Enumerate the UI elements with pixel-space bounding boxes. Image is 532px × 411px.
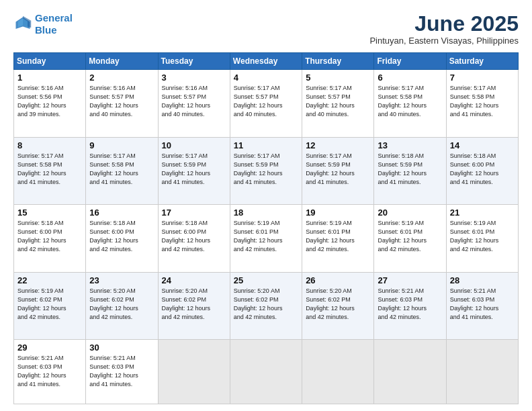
calendar-day-cell [230, 340, 302, 404]
calendar-day-cell: 24Sunrise: 5:20 AM Sunset: 6:02 PM Dayli… [158, 272, 230, 339]
calendar-day-cell: 7Sunrise: 5:17 AM Sunset: 5:58 PM Daylig… [446, 70, 518, 137]
calendar-week-row: 8Sunrise: 5:17 AM Sunset: 5:58 PM Daylig… [14, 137, 519, 204]
header: General Blue June 2025 Pintuyan, Eastern… [13, 12, 519, 46]
weekday-header: Tuesday [158, 53, 230, 70]
calendar-day-cell: 12Sunrise: 5:17 AM Sunset: 5:59 PM Dayli… [302, 137, 374, 204]
calendar-week-row: 29Sunrise: 5:21 AM Sunset: 6:03 PM Dayli… [14, 340, 519, 404]
calendar-day-cell: 28Sunrise: 5:21 AM Sunset: 6:03 PM Dayli… [446, 272, 518, 339]
calendar-day-cell: 14Sunrise: 5:18 AM Sunset: 6:00 PM Dayli… [446, 137, 518, 204]
calendar-day-cell: 29Sunrise: 5:21 AM Sunset: 6:03 PM Dayli… [14, 340, 86, 404]
day-number: 17 [162, 208, 226, 218]
day-info: Sunrise: 5:21 AM Sunset: 6:03 PM Dayligh… [378, 287, 442, 322]
day-number: 24 [162, 275, 226, 285]
logo: General Blue [13, 12, 73, 36]
day-info: Sunrise: 5:21 AM Sunset: 6:03 PM Dayligh… [450, 287, 515, 322]
logo-icon [13, 15, 32, 34]
day-number: 5 [306, 73, 370, 83]
calendar-day-cell: 22Sunrise: 5:19 AM Sunset: 6:02 PM Dayli… [14, 272, 86, 339]
calendar-body: 1Sunrise: 5:16 AM Sunset: 5:56 PM Daylig… [14, 70, 519, 404]
calendar-day-cell: 13Sunrise: 5:18 AM Sunset: 5:59 PM Dayli… [374, 137, 446, 204]
weekday-header: Monday [86, 53, 158, 70]
day-info: Sunrise: 5:18 AM Sunset: 6:00 PM Dayligh… [89, 219, 154, 254]
calendar-header-row: SundayMondayTuesdayWednesdayThursdayFrid… [14, 53, 519, 70]
page: General Blue June 2025 Pintuyan, Eastern… [0, 0, 532, 411]
day-info: Sunrise: 5:17 AM Sunset: 5:57 PM Dayligh… [234, 84, 298, 119]
calendar-day-cell: 11Sunrise: 5:17 AM Sunset: 5:59 PM Dayli… [230, 137, 302, 204]
calendar-day-cell [446, 340, 518, 404]
day-info: Sunrise: 5:16 AM Sunset: 5:57 PM Dayligh… [162, 84, 226, 119]
day-number: 26 [306, 275, 370, 285]
day-info: Sunrise: 5:18 AM Sunset: 6:00 PM Dayligh… [17, 219, 82, 254]
calendar-week-row: 22Sunrise: 5:19 AM Sunset: 6:02 PM Dayli… [14, 272, 519, 339]
calendar-day-cell: 9Sunrise: 5:17 AM Sunset: 5:58 PM Daylig… [86, 137, 158, 204]
weekday-header: Saturday [446, 53, 518, 70]
calendar-table: SundayMondayTuesdayWednesdayThursdayFrid… [13, 52, 519, 404]
calendar-day-cell: 20Sunrise: 5:19 AM Sunset: 6:01 PM Dayli… [374, 205, 446, 272]
subtitle: Pintuyan, Eastern Visayas, Philippines [369, 36, 519, 46]
day-info: Sunrise: 5:17 AM Sunset: 5:58 PM Dayligh… [17, 152, 82, 187]
weekday-header: Sunday [14, 53, 86, 70]
day-number: 15 [17, 208, 82, 218]
day-info: Sunrise: 5:18 AM Sunset: 6:00 PM Dayligh… [162, 219, 226, 254]
calendar-week-row: 15Sunrise: 5:18 AM Sunset: 6:00 PM Dayli… [14, 205, 519, 272]
day-number: 29 [17, 342, 82, 353]
weekday-header: Wednesday [230, 53, 302, 70]
logo-line2: Blue [35, 24, 57, 36]
day-info: Sunrise: 5:17 AM Sunset: 5:58 PM Dayligh… [378, 84, 442, 119]
day-info: Sunrise: 5:19 AM Sunset: 6:01 PM Dayligh… [378, 219, 442, 254]
calendar-day-cell: 21Sunrise: 5:19 AM Sunset: 6:01 PM Dayli… [446, 205, 518, 272]
day-number: 1 [17, 73, 82, 83]
day-number: 16 [89, 208, 154, 218]
calendar-day-cell: 16Sunrise: 5:18 AM Sunset: 6:00 PM Dayli… [86, 205, 158, 272]
day-number: 30 [89, 342, 154, 353]
day-info: Sunrise: 5:16 AM Sunset: 5:56 PM Dayligh… [17, 84, 82, 119]
day-number: 13 [378, 140, 442, 150]
day-info: Sunrise: 5:19 AM Sunset: 6:02 PM Dayligh… [17, 287, 82, 322]
day-number: 20 [378, 208, 442, 218]
day-info: Sunrise: 5:20 AM Sunset: 6:02 PM Dayligh… [89, 287, 154, 322]
calendar-day-cell [374, 340, 446, 404]
calendar-day-cell: 2Sunrise: 5:16 AM Sunset: 5:57 PM Daylig… [86, 70, 158, 137]
calendar-day-cell: 19Sunrise: 5:19 AM Sunset: 6:01 PM Dayli… [302, 205, 374, 272]
calendar-day-cell: 5Sunrise: 5:17 AM Sunset: 5:57 PM Daylig… [302, 70, 374, 137]
day-number: 8 [17, 140, 82, 150]
calendar-day-cell: 15Sunrise: 5:18 AM Sunset: 6:00 PM Dayli… [14, 205, 86, 272]
day-number: 23 [89, 275, 154, 285]
day-number: 2 [89, 73, 154, 83]
day-number: 25 [234, 275, 298, 285]
day-info: Sunrise: 5:17 AM Sunset: 5:59 PM Dayligh… [234, 152, 298, 187]
day-number: 9 [89, 140, 154, 150]
day-number: 21 [450, 208, 515, 218]
day-number: 28 [450, 275, 515, 285]
weekday-header: Friday [374, 53, 446, 70]
day-info: Sunrise: 5:17 AM Sunset: 5:58 PM Dayligh… [450, 84, 515, 119]
calendar-day-cell: 10Sunrise: 5:17 AM Sunset: 5:59 PM Dayli… [158, 137, 230, 204]
day-info: Sunrise: 5:16 AM Sunset: 5:57 PM Dayligh… [89, 84, 154, 119]
calendar-day-cell: 30Sunrise: 5:21 AM Sunset: 6:03 PM Dayli… [86, 340, 158, 404]
day-info: Sunrise: 5:21 AM Sunset: 6:03 PM Dayligh… [89, 354, 154, 389]
day-number: 6 [378, 73, 442, 83]
calendar-day-cell: 27Sunrise: 5:21 AM Sunset: 6:03 PM Dayli… [374, 272, 446, 339]
day-info: Sunrise: 5:19 AM Sunset: 6:01 PM Dayligh… [306, 219, 370, 254]
calendar-week-row: 1Sunrise: 5:16 AM Sunset: 5:56 PM Daylig… [14, 70, 519, 137]
day-number: 27 [378, 275, 442, 285]
calendar-day-cell: 3Sunrise: 5:16 AM Sunset: 5:57 PM Daylig… [158, 70, 230, 137]
calendar-day-cell [158, 340, 230, 404]
calendar-day-cell: 4Sunrise: 5:17 AM Sunset: 5:57 PM Daylig… [230, 70, 302, 137]
logo-text: General Blue [35, 12, 73, 36]
day-info: Sunrise: 5:20 AM Sunset: 6:02 PM Dayligh… [234, 287, 298, 322]
day-number: 7 [450, 73, 515, 83]
day-info: Sunrise: 5:20 AM Sunset: 6:02 PM Dayligh… [306, 287, 370, 322]
day-number: 12 [306, 140, 370, 150]
calendar-day-cell: 1Sunrise: 5:16 AM Sunset: 5:56 PM Daylig… [14, 70, 86, 137]
title-block: June 2025 Pintuyan, Eastern Visayas, Phi… [369, 12, 519, 46]
calendar-day-cell: 6Sunrise: 5:17 AM Sunset: 5:58 PM Daylig… [374, 70, 446, 137]
day-info: Sunrise: 5:20 AM Sunset: 6:02 PM Dayligh… [162, 287, 226, 322]
logo-line1: General [35, 12, 73, 24]
day-info: Sunrise: 5:17 AM Sunset: 5:58 PM Dayligh… [89, 152, 154, 187]
day-number: 11 [234, 140, 298, 150]
day-number: 10 [162, 140, 226, 150]
day-number: 22 [17, 275, 82, 285]
day-info: Sunrise: 5:19 AM Sunset: 6:01 PM Dayligh… [234, 219, 298, 254]
calendar-day-cell: 25Sunrise: 5:20 AM Sunset: 6:02 PM Dayli… [230, 272, 302, 339]
